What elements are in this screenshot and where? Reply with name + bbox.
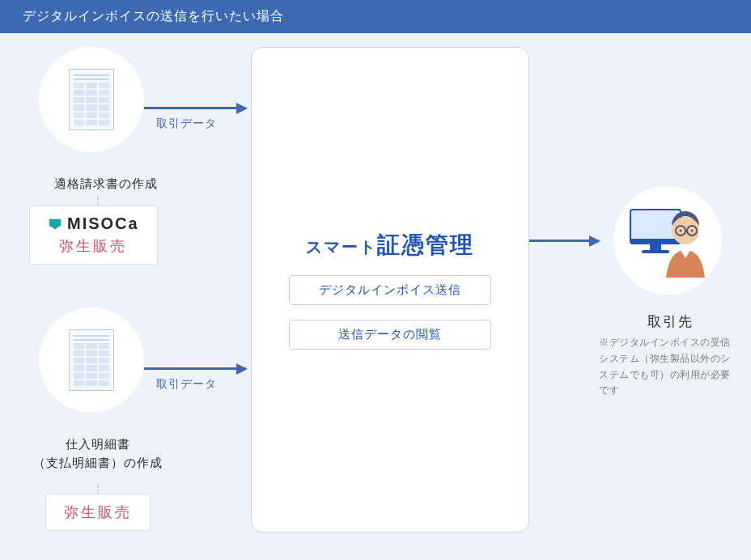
title-bar: デジタルインボイスの送信を行いたい場合 [0,0,751,33]
svg-point-9 [691,230,694,232]
connector-dots [97,484,99,494]
document-icon [69,69,114,130]
invoice-doc-circle [39,47,144,152]
partner-note: ※デジタルインボイスの受信システム（弥生製品以外のシステムでも可）の利用が必要で… [599,335,738,399]
arrow-purchase-to-center [144,367,246,370]
purchase-doc-circle [39,308,144,413]
svg-point-8 [680,230,682,232]
invoice-section-label: 適格請求書の作成 [29,175,183,193]
purchase-section-label: 仕入明細書 （支払明細書）の作成 [21,435,175,472]
title-text: デジタルインボイスの送信を行いたい場合 [23,9,284,23]
center-title-large: 証憑管理 [377,232,474,257]
arrow-label: 取引データ [156,377,217,392]
misoca-logo: MISOCa [48,214,139,233]
center-title: スマート証憑管理 [306,230,474,261]
product-box-yayoi: 弥生販売 [45,494,151,531]
arrow-invoice-to-center [144,107,246,109]
smart-evidence-box: スマート証憑管理 デジタルインボイス送信 送信データの閲覧 [251,47,529,532]
svg-rect-1 [630,239,681,244]
diagram-frame: デジタルインボイスの送信を行いたい場合 適格請求書の作成 MISOCa 弥生販売… [0,0,751,560]
product-box-misoca-yayoi: MISOCa 弥生販売 [29,206,158,265]
partner-circle [613,186,722,295]
document-icon [69,329,114,391]
misoca-text: MISOCa [67,214,139,233]
arrow-label: 取引データ [156,117,217,131]
partner-with-monitor-icon [627,203,708,278]
arrow-center-to-partner [529,240,599,242]
svg-rect-3 [642,250,669,253]
svg-rect-2 [650,244,661,250]
yayoi-hanbai-label: 弥生販売 [48,236,139,256]
misoca-mark-icon [48,217,62,231]
center-title-small: スマート [306,238,377,256]
partner-label: 取引先 [613,312,727,331]
view-sent-data-button[interactable]: 送信データの閲覧 [289,320,491,350]
yayoi-hanbai-label: 弥生販売 [64,503,132,522]
digital-invoice-send-button[interactable]: デジタルインボイス送信 [289,275,491,305]
connector-dots [97,196,99,206]
